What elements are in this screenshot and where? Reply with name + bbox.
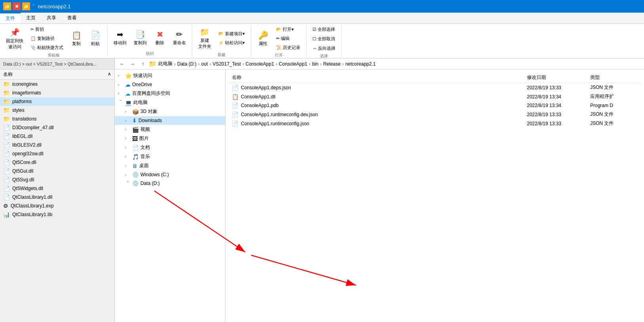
cut-button[interactable]: ✂ 剪切: [28, 25, 66, 34]
nav-item-music[interactable]: › 🎵 音乐: [115, 152, 225, 161]
nav-item-windows-c[interactable]: › 💿 Windows (C:): [115, 170, 225, 179]
forward-button[interactable]: →: [128, 60, 137, 68]
delete-button[interactable]: ✖ 删除: [151, 28, 169, 48]
nav-item-video[interactable]: › 🎬 视频: [115, 125, 225, 134]
list-item-styles[interactable]: 📁 styles: [0, 106, 114, 115]
table-row[interactable]: 📄 ConsoleApp1.runtimeconfig.dev.json 202…: [229, 110, 641, 119]
nav-label: 视频: [140, 126, 150, 133]
item-label: styles: [12, 107, 25, 113]
new-item-button[interactable]: 📂 新建项目▾: [216, 30, 248, 38]
computer-icon: 💻: [125, 100, 132, 106]
list-item-libegl[interactable]: 📄 libEGL.dll: [0, 132, 114, 141]
close-icon-red: ✖: [13, 2, 21, 10]
list-item-qt5core[interactable]: 📄 Qt5Core.dll: [0, 158, 114, 167]
tab-file[interactable]: 文件: [0, 13, 21, 23]
paste-button[interactable]: 📄 粘贴: [87, 28, 104, 49]
move-icon: ➡: [117, 30, 123, 39]
history-button[interactable]: 📜 历史记录: [273, 43, 303, 52]
table-row[interactable]: 📄 ConsoleApp1.deps.json 2022/8/19 13:33 …: [229, 83, 641, 92]
chevron-right-icon: ›: [125, 109, 131, 114]
list-item-qtclasslibrary1dll[interactable]: 📄 QtClassLibrary1.dll: [0, 193, 114, 201]
nav-item-downloads[interactable]: › ⬇ Downloads: [115, 116, 225, 125]
table-row[interactable]: 📄 ConsoleApp1.runtimeconfig.json 2022/8/…: [229, 119, 641, 128]
copy-button[interactable]: 📋 复制: [68, 28, 85, 49]
list-item-qt5gui[interactable]: 📄 Qt5Gui.dll: [0, 167, 114, 175]
tab-share[interactable]: 共享: [41, 13, 62, 23]
chevron-right-icon: ›: [118, 73, 123, 78]
nav-item-onedrive[interactable]: › ☁ OneDrive: [115, 80, 225, 89]
file-name-cell: 📄 ConsoleApp1.runtimeconfig.dev.json: [232, 111, 527, 118]
move-to-button[interactable]: ➡ 移动到: [111, 28, 129, 48]
dll-file-icon: 📋: [232, 94, 239, 100]
item-label: translations: [12, 116, 36, 122]
new-folder-button[interactable]: 📁 新建文件夹: [195, 25, 214, 51]
chevron-down-icon: ›: [126, 181, 130, 186]
pin-button[interactable]: 📌 固定到快速访问: [3, 26, 26, 52]
list-item-qt5widgets[interactable]: 📄 Qt5Widgets.dll: [0, 184, 114, 193]
file-type: 应用程序扩: [590, 93, 638, 100]
chevron-right-icon: ›: [125, 164, 131, 168]
download-icon: ⬇: [132, 117, 137, 124]
copy-path-button[interactable]: 📋 复制路径: [28, 34, 66, 43]
path-segment: ConsoleApp1: [246, 61, 274, 67]
paste-shortcut-button[interactable]: 📎 粘贴快捷方式: [28, 43, 66, 52]
table-row[interactable]: 📋 ConsoleApp1.dll 2022/8/19 13:34 应用程序扩: [229, 92, 641, 101]
nav-item-documents[interactable]: › 📄 文档: [115, 143, 225, 152]
delete-icon: ✖: [157, 30, 163, 39]
nav-item-3d[interactable]: › 📦 3D 对象: [115, 107, 225, 116]
move-label: 移动到: [114, 40, 127, 46]
file-date: 2022/8/19 13:33: [527, 112, 590, 117]
properties-button[interactable]: 🔑 属性: [254, 28, 272, 49]
copy-to-button[interactable]: 📑 复制到: [131, 28, 150, 48]
nav-item-pictures[interactable]: › 🖼 图片: [115, 134, 225, 143]
list-item-qt5svg[interactable]: 📄 Qt5Svg.dll: [0, 175, 114, 184]
breadcrumb: Data (D:) > out > VS2017_Test > QtClassL…: [0, 58, 114, 70]
item-label: QtClassLibrary1.dll: [12, 194, 52, 200]
list-item-translations[interactable]: 📁 translations: [0, 115, 114, 123]
invert-selection-button[interactable]: ↔ 反向选择: [310, 44, 338, 53]
title-separator: –: [32, 2, 35, 10]
file-date: 2022/8/19 13:33: [527, 85, 590, 90]
dll-icon: 📄: [3, 159, 10, 166]
file-type: JSON 文件: [590, 120, 638, 127]
back-button[interactable]: ←: [118, 60, 127, 68]
cloud-icon: ☁: [125, 81, 131, 88]
easy-access-button[interactable]: ⚡ 轻松访问▾: [216, 39, 248, 47]
list-item-opengl[interactable]: 📄 opengl32sw.dll: [0, 149, 114, 158]
open-button[interactable]: 📂 打开▾: [273, 25, 303, 34]
properties-icon: 🔑: [258, 30, 268, 40]
nav-item-data-d[interactable]: › 💿 Data (D:): [115, 179, 225, 188]
item-label: D3Dcompiler_47.dll: [12, 125, 54, 130]
ribbon-group-clipboard: 📌 固定到快速访问 ✂ 剪切 📋 复制路径 📎 粘贴快捷方式 📋 复制 📄 粘贴…: [0, 25, 108, 56]
copy-icon: 📋: [72, 30, 81, 40]
list-item-qtclasslibrary1exp[interactable]: ⚙ QtClassLibrary1.exp: [0, 201, 114, 210]
nav-item-baidu[interactable]: › ☁ 百度网盘同步空间: [115, 89, 225, 98]
list-item-platforms[interactable]: 📁 platforms: [0, 97, 114, 106]
edit-button[interactable]: ✏ 编辑: [273, 34, 303, 43]
list-item-imageformats[interactable]: 📁 imageformats: [0, 89, 114, 97]
file-name-cell: 📄 ConsoleApp1.deps.json: [232, 85, 527, 91]
list-item-d3d[interactable]: 📄 D3Dcompiler_47.dll: [0, 123, 114, 132]
open-buttons: 🔑 属性 📂 打开▾ ✏ 编辑 📜 历史记录: [254, 25, 303, 52]
left-panel-header: 名称 ∧: [0, 70, 114, 80]
up-button[interactable]: ↑: [138, 60, 147, 68]
deselect-all-button[interactable]: ☐ 全部取消: [310, 35, 338, 43]
list-item-qtclasslibrary1lib[interactable]: 📊 QtClassLibrary1.lib: [0, 210, 114, 219]
nav-label: Windows (C:): [140, 172, 169, 177]
tab-view[interactable]: 查看: [62, 13, 82, 23]
doc-icon: 📄: [132, 145, 139, 151]
json-file-icon2: 📄: [232, 111, 239, 118]
col-date: 修改日期: [527, 74, 590, 81]
table-row[interactable]: 📄 ConsoleApp1.pdb 2022/8/19 13:34 Progra…: [229, 101, 641, 110]
folder-icon: 📁: [3, 107, 10, 113]
path-segment: out: [201, 61, 208, 67]
nav-item-this-pc[interactable]: › 💻 此电脑: [115, 98, 225, 107]
list-item-libgles[interactable]: 📄 libGLESV2.dll: [0, 141, 114, 149]
nav-item-quick-access[interactable]: › ⭐ 快速访问: [115, 71, 225, 80]
chevron-right-icon: ›: [125, 145, 131, 150]
rename-button[interactable]: ✏ 重命名: [170, 28, 189, 48]
list-item-iconengines[interactable]: 📁 iconengines: [0, 80, 114, 89]
nav-item-desktop[interactable]: › 🖥 桌面: [115, 161, 225, 170]
select-all-button[interactable]: ☑ 全部选择: [310, 25, 338, 34]
tab-home[interactable]: 主页: [21, 13, 41, 23]
